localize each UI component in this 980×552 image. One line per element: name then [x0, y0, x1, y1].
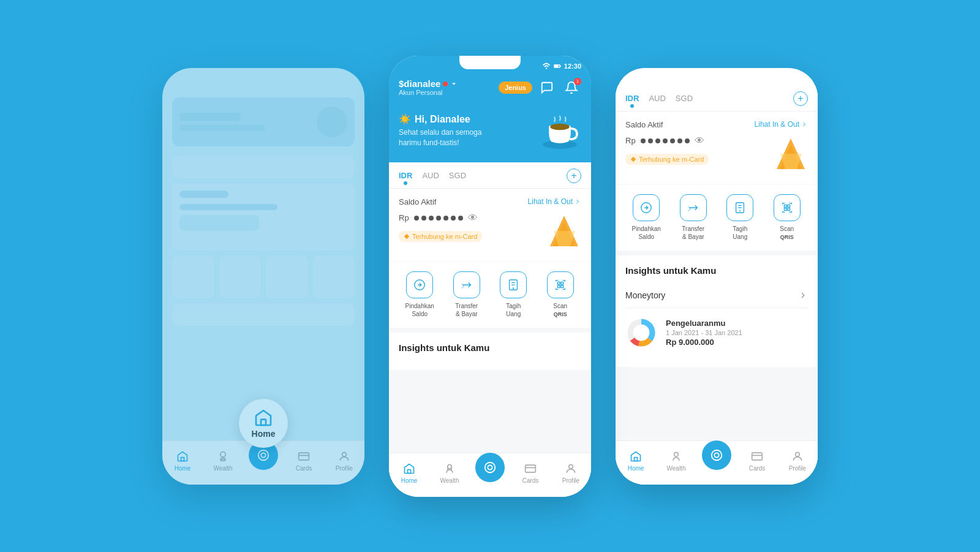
- jenius-badge[interactable]: Jenius: [499, 81, 532, 94]
- right-action-label-scan: ScanQRIS: [780, 225, 794, 241]
- center-scroll-content[interactable]: IDR AUD SGD + Saldo Aktif Lihat In & Out: [389, 162, 591, 497]
- online-indicator: [443, 81, 448, 86]
- right-action-transfer[interactable]: Transfer& Bayar: [673, 194, 715, 241]
- phone-right: IDR AUD SGD + Saldo Aktif Lihat In & Out: [616, 68, 818, 485]
- tab-sgd[interactable]: SGD: [449, 171, 466, 185]
- svg-point-30: [448, 464, 452, 469]
- svg-point-15: [550, 123, 570, 130]
- tab-aud[interactable]: AUD: [422, 171, 439, 185]
- scan-icon: [547, 271, 574, 298]
- right-nav-cards[interactable]: Cards: [737, 449, 777, 472]
- right-eye-icon[interactable]: 👁: [695, 135, 704, 146]
- svg-point-24: [513, 288, 514, 289]
- sun-emoji: ☀️: [399, 113, 411, 125]
- notification-button[interactable]: 1: [562, 78, 581, 97]
- status-icons: 12:30: [542, 62, 581, 70]
- right-nav-home[interactable]: Home: [616, 449, 656, 472]
- moneytory-row[interactable]: Moneytory: [625, 283, 808, 308]
- right-add-currency[interactable]: +: [793, 91, 808, 106]
- right-balance-dots: [641, 138, 690, 143]
- svg-point-5: [261, 453, 265, 457]
- home-indicator[interactable]: Home: [239, 399, 288, 448]
- svg-rect-47: [788, 208, 790, 210]
- right-lihat-link[interactable]: Lihat In & Out: [755, 120, 808, 129]
- svg-marker-16: [404, 233, 409, 238]
- home-label: Home: [252, 429, 276, 439]
- add-currency-button[interactable]: +: [567, 168, 581, 183]
- tab-idr[interactable]: IDR: [399, 171, 412, 185]
- chat-button[interactable]: [537, 78, 557, 97]
- action-transfer[interactable]: Transfer& Bayar: [446, 271, 488, 319]
- right-bottom-nav: Home Wealth: [616, 440, 818, 485]
- mcard-label: Terhubung ke m-Card: [412, 233, 477, 240]
- right-lihat-text: Lihat In & Out: [755, 120, 799, 129]
- lihat-link[interactable]: Lihat In & Out: [528, 197, 581, 206]
- insights-title: Insights untuk Kamu: [399, 342, 581, 353]
- right-nav-profile-label: Profile: [789, 465, 806, 472]
- nav-label-wealth: Wealth: [214, 465, 233, 472]
- greeting-hi: ☀️ Hi, Dianalee: [399, 113, 481, 125]
- nav-item-wealth[interactable]: Wealth: [203, 449, 243, 472]
- center-nav-wealth[interactable]: Wealth: [429, 461, 470, 484]
- wealth-nav-icon: [216, 449, 230, 464]
- svg-rect-28: [561, 285, 564, 287]
- right-nav-profile[interactable]: Profile: [777, 449, 818, 472]
- right-scroll-content[interactable]: Saldo Aktif Lihat In & Out Rp: [616, 112, 818, 485]
- center-nav-home[interactable]: Home: [389, 461, 429, 484]
- right-nav-home-label: Home: [628, 465, 644, 472]
- action-tagih[interactable]: TagihUang: [492, 271, 535, 319]
- right-action-scan[interactable]: ScanQRIS: [766, 194, 809, 241]
- center-jenius-btn[interactable]: [475, 453, 505, 482]
- greeting-sub: Sehat selalu dan semogaharimu fund-tasti…: [399, 127, 481, 148]
- right-card-illustration: [774, 135, 808, 175]
- action-label-pindahkan: PindahkanSaldo: [405, 302, 434, 318]
- username: $dianalee: [399, 78, 440, 89]
- svg-rect-45: [788, 205, 790, 207]
- tagih-icon: [500, 271, 527, 298]
- nav-item-home[interactable]: Home: [162, 449, 203, 472]
- right-action-pindahkan[interactable]: PindahkanSaldo: [625, 194, 668, 241]
- right-nav-center-btn[interactable]: [696, 450, 737, 470]
- nav-item-profile[interactable]: Profile: [324, 449, 364, 472]
- mcard-badge[interactable]: Terhubung ke m-Card: [399, 231, 482, 242]
- right-balance-amount: Rp: [625, 135, 709, 146]
- svg-point-9: [546, 67, 547, 69]
- right-tab-sgd[interactable]: SGD: [676, 94, 693, 108]
- nav-item-cards[interactable]: Cards: [284, 449, 324, 472]
- eye-icon[interactable]: 👁: [468, 213, 478, 224]
- right-action-label-pindahkan: PindahkanSaldo: [632, 225, 661, 241]
- svg-rect-26: [561, 282, 564, 284]
- nav-item-center[interactable]: [243, 450, 284, 470]
- svg-rect-33: [526, 465, 536, 472]
- right-jenius-btn[interactable]: [702, 440, 731, 470]
- svg-point-2: [221, 452, 225, 456]
- action-pindahkan[interactable]: PindahkanSaldo: [399, 271, 441, 319]
- chevron-down-icon: [450, 80, 458, 88]
- insights-section: Insights untuk Kamu: [389, 333, 591, 370]
- account-type: Akun Personal: [399, 89, 458, 96]
- pengeluaran-title: Pengeluaranmu: [666, 319, 742, 328]
- svg-point-31: [485, 463, 496, 473]
- svg-marker-36: [631, 156, 636, 161]
- balance-dots: [414, 216, 463, 221]
- right-nav-wealth[interactable]: Wealth: [656, 449, 696, 472]
- phone-center: 12:30 $dianalee Akun Personal Je: [389, 56, 591, 497]
- right-insights-title: Insights untuk Kamu: [625, 265, 808, 276]
- header-top: $dianalee Akun Personal Jenius: [399, 78, 581, 102]
- center-nav-center-btn[interactable]: [470, 463, 510, 482]
- moneytory-chevron: [798, 290, 808, 300]
- header-actions: Jenius 1: [499, 78, 581, 97]
- svg-rect-56: [752, 453, 763, 460]
- right-action-tagih[interactable]: TagihUang: [719, 194, 761, 241]
- svg-rect-27: [557, 285, 560, 287]
- quick-actions: PindahkanSaldo Transfer& Bayar: [389, 262, 591, 328]
- balance-amount-row: Rp 👁: [399, 213, 482, 224]
- center-nav-cards[interactable]: Cards: [510, 461, 551, 484]
- right-tab-idr[interactable]: IDR: [625, 94, 639, 108]
- action-scan[interactable]: ScanQRIS: [540, 271, 582, 319]
- donut-chart: [625, 317, 657, 349]
- profile-nav-icon: [337, 449, 352, 464]
- right-tab-aud[interactable]: AUD: [649, 94, 665, 108]
- center-nav-profile[interactable]: Profile: [551, 461, 591, 484]
- right-mcard-badge[interactable]: Terhubung ke m-Card: [625, 154, 709, 165]
